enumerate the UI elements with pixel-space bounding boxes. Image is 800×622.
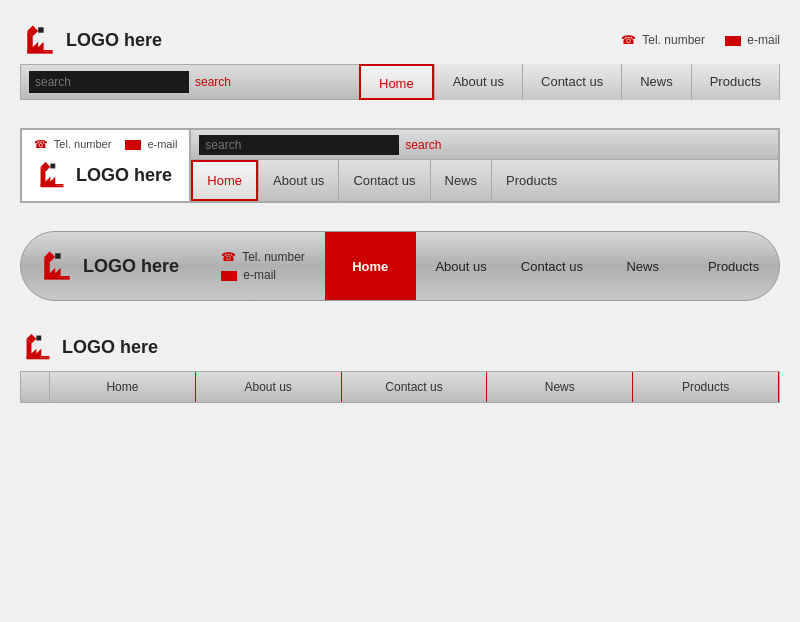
nav4-about[interactable]: About us bbox=[196, 372, 342, 402]
email-icon-3 bbox=[221, 271, 237, 281]
nav3-contact[interactable]: Contact us bbox=[506, 232, 597, 300]
nav3-news[interactable]: News bbox=[597, 232, 688, 300]
navbar-variant-4: LOGO here Home About us Contact us News … bbox=[20, 329, 780, 403]
nav1-news[interactable]: News bbox=[621, 64, 691, 100]
nav2-about[interactable]: About us bbox=[258, 160, 338, 201]
navbar1-bar: search Home About us Contact us News Pro… bbox=[20, 64, 780, 100]
nav4-news[interactable]: News bbox=[487, 372, 633, 402]
svg-marker-10 bbox=[44, 257, 60, 279]
navbar3-email: e-mail bbox=[221, 268, 305, 282]
navbar3-nav-items: Home About us Contact us News Products bbox=[325, 232, 779, 300]
navbar1-search-input[interactable] bbox=[29, 71, 189, 93]
nav2-products[interactable]: Products bbox=[491, 160, 571, 201]
navbar2-search-input[interactable] bbox=[199, 135, 399, 155]
svg-rect-7 bbox=[50, 164, 55, 169]
logo-text-4: LOGO here bbox=[62, 337, 158, 358]
nav2-news[interactable]: News bbox=[430, 160, 492, 201]
nav1-contact[interactable]: Contact us bbox=[522, 64, 621, 100]
svg-rect-2 bbox=[38, 27, 43, 32]
navbar3-bar: LOGO here ☎ Tel. number e-mail Home Abou… bbox=[20, 231, 780, 301]
logo-icon-2 bbox=[34, 157, 70, 193]
navbar2-email: e-mail bbox=[125, 138, 177, 151]
email-info-1: e-mail bbox=[725, 33, 780, 47]
navbar3-tel: ☎ Tel. number bbox=[221, 250, 305, 264]
navbar-variant-1: LOGO here ☎ Tel. number e-mail search Ho… bbox=[20, 20, 780, 100]
navbar1-top-row: LOGO here ☎ Tel. number e-mail bbox=[20, 20, 780, 60]
svg-rect-12 bbox=[55, 253, 60, 258]
nav3-about[interactable]: About us bbox=[416, 232, 507, 300]
navbar-variant-2: ☎ Tel. number e-mail LOGO here search bbox=[20, 128, 780, 203]
navbar2-nav-row: Home About us Contact us News Products bbox=[191, 160, 778, 201]
navbar2-right-section: search Home About us Contact us News Pro… bbox=[191, 128, 780, 203]
nav3-home[interactable]: Home bbox=[325, 232, 416, 300]
svg-marker-0 bbox=[27, 31, 43, 53]
navbar-variant-3: LOGO here ☎ Tel. number e-mail Home Abou… bbox=[20, 231, 780, 301]
nav2-home[interactable]: Home bbox=[191, 160, 258, 201]
nav1-home[interactable]: Home bbox=[359, 64, 434, 100]
navbar2-logo-box: ☎ Tel. number e-mail LOGO here bbox=[20, 128, 191, 203]
nav4-home[interactable]: Home bbox=[50, 372, 196, 402]
tel-info-1: ☎ Tel. number bbox=[621, 33, 705, 47]
email-icon-2 bbox=[125, 140, 141, 150]
logo-icon-3 bbox=[37, 246, 77, 286]
navbar3-contact-section: ☎ Tel. number e-mail bbox=[201, 250, 325, 282]
logo-area-1: LOGO here bbox=[20, 20, 162, 60]
navbar1-contact-info: ☎ Tel. number e-mail bbox=[621, 33, 780, 47]
nav1-products[interactable]: Products bbox=[691, 64, 779, 100]
navbar4-logo-cell bbox=[21, 372, 50, 402]
svg-marker-15 bbox=[27, 339, 42, 359]
nav3-products[interactable]: Products bbox=[688, 232, 779, 300]
tel-icon-2: ☎ bbox=[34, 138, 48, 150]
navbar2-contact: ☎ Tel. number e-mail bbox=[34, 138, 177, 151]
navbar1-search-button[interactable]: search bbox=[195, 75, 231, 89]
nav4-contact[interactable]: Contact us bbox=[342, 372, 488, 402]
logo-text-1: LOGO here bbox=[66, 30, 162, 51]
logo-icon-1 bbox=[20, 20, 60, 60]
nav2-contact[interactable]: Contact us bbox=[338, 160, 429, 201]
logo-text-2: LOGO here bbox=[76, 165, 172, 186]
navbar2-search-button[interactable]: search bbox=[405, 138, 441, 152]
navbar2-tel: ☎ Tel. number bbox=[34, 138, 111, 151]
nav4-products[interactable]: Products bbox=[633, 372, 779, 402]
navbar1-search-area: search bbox=[21, 71, 239, 93]
tel-icon-3: ☎ bbox=[221, 250, 236, 264]
email-icon-1 bbox=[725, 36, 741, 46]
navbar2-search-row: search bbox=[191, 130, 778, 160]
logo-text-3: LOGO here bbox=[83, 256, 179, 277]
tel-icon-1: ☎ bbox=[621, 33, 636, 47]
navbar4-logo-row: LOGO here bbox=[20, 329, 780, 365]
navbar1-nav-items: Home About us Contact us News Products bbox=[359, 64, 779, 100]
nav1-about[interactable]: About us bbox=[434, 64, 522, 100]
logo-icon-4 bbox=[20, 329, 56, 365]
svg-rect-17 bbox=[36, 336, 41, 341]
navbar2-logo-row: LOGO here bbox=[34, 157, 177, 193]
svg-marker-5 bbox=[41, 167, 56, 187]
navbar3-logo-section: LOGO here bbox=[21, 246, 201, 286]
navbar4-bar: Home About us Contact us News Products bbox=[20, 371, 780, 403]
